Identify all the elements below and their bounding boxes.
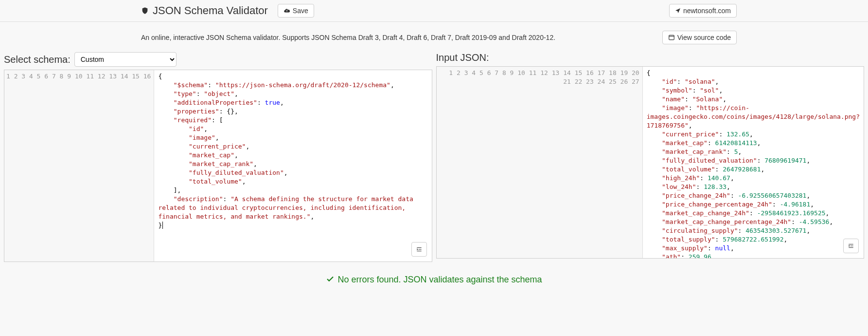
indent-icon: [415, 246, 423, 253]
validation-result: No errors found. JSON validates against …: [0, 262, 868, 298]
schema-editor[interactable]: 1 2 3 4 5 6 7 8 9 10 11 12 13 14 15 16 {…: [4, 70, 432, 262]
shield-icon: [141, 6, 149, 15]
header: JSON Schema Validator Save newtonsoft.co…: [0, 0, 868, 22]
description-text: An online, interactive JSON Schema valid…: [141, 34, 555, 41]
page-title: JSON Schema Validator: [153, 4, 268, 17]
svg-rect-0: [669, 35, 674, 39]
save-button[interactable]: Save: [278, 4, 314, 18]
schema-code[interactable]: { "$schema": "https://json-schema.org/dr…: [154, 70, 431, 261]
schema-label: Select schema:: [4, 54, 71, 65]
schema-gutter: 1 2 3 4 5 6 7 8 9 10 11 12 13 14 15 16: [4, 70, 154, 261]
format-schema-button[interactable]: [411, 242, 427, 257]
newtonsoft-link[interactable]: newtonsoft.com: [669, 4, 737, 18]
schema-panel: Select schema: Custom 1 2 3 4 5 6 7 8 9 …: [4, 52, 432, 262]
input-code[interactable]: { "id": "solana", "symbol": "sol", "name…: [643, 67, 864, 258]
check-icon: [326, 275, 335, 283]
view-source-button[interactable]: View source code: [662, 31, 737, 44]
input-panel: Input JSON: 1 2 3 4 5 6 7 8 9 10 11 12 1…: [436, 52, 865, 262]
cloud-save-icon: [283, 7, 290, 14]
input-editor[interactable]: 1 2 3 4 5 6 7 8 9 10 11 12 13 14 15 16 1…: [436, 66, 865, 259]
format-input-button[interactable]: [843, 239, 859, 253]
input-label: Input JSON:: [436, 52, 489, 63]
code-icon: [668, 34, 675, 41]
schema-select[interactable]: Custom: [74, 52, 177, 67]
description-row: An online, interactive JSON Schema valid…: [0, 22, 868, 52]
indent-icon: [847, 243, 855, 249]
location-arrow-icon: [675, 8, 681, 14]
input-gutter: 1 2 3 4 5 6 7 8 9 10 11 12 13 14 15 16 1…: [437, 67, 643, 258]
